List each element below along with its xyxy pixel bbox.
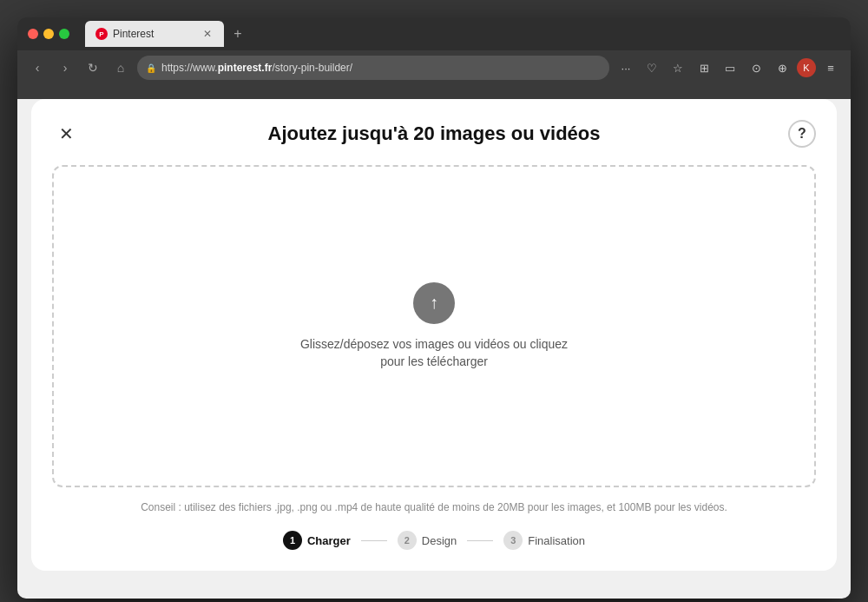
forward-button[interactable]: ›	[54, 56, 76, 79]
step-1: 1 Charger	[283, 531, 351, 550]
tab-title: Pinterest	[113, 28, 196, 40]
lock-icon: 🔒	[146, 63, 156, 73]
traffic-lights	[28, 29, 69, 39]
browser-window: P Pinterest ✕ + ‹ › ↻ ⌂ 🔒 https://www.pi…	[17, 17, 851, 599]
step-3-label: Finalisation	[528, 534, 585, 547]
tab-bar: P Pinterest ✕ +	[85, 21, 840, 47]
steps-bar: 1 Charger 2 Design 3 Finalisation	[52, 531, 816, 550]
step-2: 2 Design	[398, 531, 457, 550]
hamburger-menu-icon[interactable]: ≡	[819, 56, 842, 79]
heart-icon[interactable]: ♡	[641, 56, 663, 79]
traffic-light-red[interactable]	[28, 29, 38, 39]
traffic-light-green[interactable]	[59, 29, 69, 39]
active-tab[interactable]: P Pinterest ✕	[85, 21, 224, 47]
address-bar[interactable]: 🔒 https://www.pinterest.fr/story-pin-bui…	[137, 56, 609, 80]
step-1-number: 1	[283, 531, 302, 550]
back-button[interactable]: ‹	[26, 56, 49, 79]
step-divider-2	[467, 540, 493, 541]
extensions-icon[interactable]: ⊕	[771, 56, 793, 79]
refresh-button[interactable]: ↻	[82, 56, 104, 79]
upload-zone[interactable]: ↑ Glissez/déposez vos images ou vidéos o…	[52, 165, 816, 487]
modal-header: ✕ Ajoutez jusqu'à 20 images ou vidéos ?	[52, 120, 816, 148]
star-icon[interactable]: ☆	[667, 56, 689, 79]
step-3-number: 3	[503, 531, 523, 550]
user-avatar[interactable]: K	[797, 58, 816, 77]
step-divider-1	[361, 540, 387, 541]
browser-titlebar: P Pinterest ✕ +	[17, 17, 851, 50]
modal-help-button[interactable]: ?	[788, 120, 816, 148]
modal-title: Ajoutez jusqu'à 20 images ou vidéos	[268, 122, 601, 145]
upload-icon-circle: ↑	[413, 282, 455, 324]
tab-favicon: P	[95, 28, 108, 40]
modal-close-button[interactable]: ✕	[52, 120, 80, 148]
profile-icon[interactable]: ⊙	[745, 56, 767, 79]
reader-icon[interactable]: ▭	[719, 56, 741, 79]
upload-arrow-icon: ↑	[430, 293, 438, 313]
browser-toolbar: ‹ › ↻ ⌂ 🔒 https://www.pinterest.fr/story…	[17, 50, 851, 85]
address-text: https://www.pinterest.fr/story-pin-build…	[161, 62, 352, 74]
step-2-number: 2	[398, 531, 417, 550]
step-3: 3 Finalisation	[503, 531, 585, 550]
new-tab-button[interactable]: +	[229, 25, 247, 43]
collections-icon[interactable]: ⊞	[693, 56, 715, 79]
toolbar-right: ··· ♡ ☆ ⊞ ▭ ⊙ ⊕ K ≡	[615, 56, 842, 79]
upload-zone-text: Glissez/déposez vos images ou vidéos ou …	[286, 336, 582, 370]
step-1-label: Charger	[307, 534, 351, 547]
tip-text: Conseil : utilisez des fichiers .jpg, .p…	[52, 501, 816, 513]
modal-container: ✕ Ajoutez jusqu'à 20 images ou vidéos ? …	[31, 99, 837, 571]
tab-close-icon[interactable]: ✕	[201, 28, 214, 40]
page-content: ✕ Ajoutez jusqu'à 20 images ou vidéos ? …	[17, 99, 851, 599]
menu-dots-icon[interactable]: ···	[615, 56, 637, 79]
traffic-light-yellow[interactable]	[43, 29, 54, 39]
step-2-label: Design	[422, 534, 457, 547]
home-button[interactable]: ⌂	[109, 56, 132, 79]
